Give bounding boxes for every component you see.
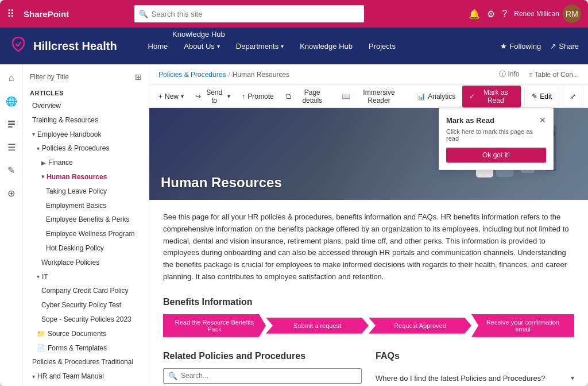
notifications-icon[interactable]: 🔔 — [469, 9, 480, 20]
promote-button[interactable]: ↑ Promote — [237, 90, 278, 103]
policies-chevron-icon: ▾ — [37, 145, 40, 153]
rail-edit-icon[interactable]: ✎ — [2, 161, 21, 179]
user-name: Renee Millican — [514, 10, 559, 18]
sharepoint-brand: SharePoint — [24, 9, 69, 19]
svg-rect-2 — [8, 126, 13, 128]
info-label[interactable]: ⓘ Info — [499, 70, 519, 79]
sidebar-item-overview[interactable]: Overview — [23, 99, 149, 113]
sidebar-item-cyber-security[interactable]: Cyber Security Policy Test — [23, 298, 149, 312]
sidebar-item-forms-templates[interactable]: 📄 Forms & Templates — [23, 341, 149, 356]
sidebar-item-credit-card[interactable]: Company Credit Card Policy — [23, 284, 149, 298]
search-policies-icon: 🔍 — [168, 372, 177, 380]
page-title: Human Resources — [161, 175, 282, 191]
page-details-icon: 🗋 — [285, 92, 292, 101]
sidebar-item-workplace[interactable]: Workplace Policies — [23, 256, 149, 270]
search-input[interactable] — [152, 10, 359, 18]
sidebar-item-employee-handbook[interactable]: ▾ Employee Handbook — [23, 128, 149, 142]
reader-icon: 📖 — [342, 92, 350, 101]
nav-home[interactable]: Home — [140, 28, 176, 64]
sharepoint-topbar: ⠿ SharePoint 🔍 🔔 ⚙ ? Renee Millican RM — [0, 0, 588, 28]
handbook-chevron-icon: ▾ — [32, 130, 35, 138]
table-of-contents-label[interactable]: ≡ Table of Con... — [528, 71, 579, 79]
rail-globe-icon[interactable]: 🌐 — [2, 92, 21, 110]
avatar[interactable]: RM — [563, 5, 581, 23]
sidebar-item-source-docs[interactable]: 📁 Source Documents — [23, 327, 149, 341]
related-policies-section: Related Policies and Procedures 🔍 Type T… — [163, 351, 362, 386]
settings-icon[interactable]: ⚙ — [487, 9, 495, 20]
sidebar-item-sharepoint-help[interactable]: ▾ SharePoint Help — [23, 384, 149, 386]
policies-search-input[interactable] — [181, 372, 357, 380]
sidebar-item-human-resources[interactable]: ▾ Human Resources — [23, 170, 149, 184]
rail-add-icon[interactable]: ⊕ — [2, 184, 21, 202]
filter-icon[interactable]: ⊞ — [135, 72, 142, 82]
sidebar-item-hr-team-manual[interactable]: ▾ HR and Team Manual — [23, 369, 149, 384]
sidebar-item-policies-traditional[interactable]: Policies & Procedures Traditional — [23, 355, 149, 369]
new-chevron-icon: ▾ — [181, 93, 184, 99]
rail-list-icon[interactable]: ☰ — [2, 138, 21, 156]
sidebar-item-finance[interactable]: ▶ Finance — [23, 156, 149, 170]
search-box: 🔍 — [134, 5, 364, 22]
page-details-button[interactable]: 🗋 Page details — [281, 86, 335, 107]
sidebar-item-wellness[interactable]: Employee Wellness Program — [23, 227, 149, 241]
breadcrumb-policies[interactable]: Policies & Procedures — [158, 71, 226, 79]
forms-folder-icon: 📄 — [37, 343, 45, 353]
sidebar-item-taking-leave[interactable]: Taking Leave Policy — [23, 184, 149, 199]
rail-pages-icon[interactable] — [2, 115, 21, 133]
content-body: See this page for all your HR policies &… — [149, 200, 588, 386]
screen-frame: ⠿ SharePoint 🔍 🔔 ⚙ ? Renee Millican RM — [0, 0, 588, 386]
sidebar-item-hot-desking[interactable]: Hot Desking Policy — [23, 241, 149, 256]
sidebar-item-employment-basics[interactable]: Employment Basics — [23, 199, 149, 213]
knowledge-hub-label: Knowledge Hub — [172, 30, 225, 38]
breadcrumb: Policies & Procedures / Human Resources — [158, 71, 289, 79]
share-icon: ↗ — [550, 42, 556, 51]
site-logo-area: Hillcrest Health — [9, 35, 117, 57]
faq-item-1[interactable]: Where do I find the latest Policies and … — [376, 368, 574, 386]
nav-departments[interactable]: Departments ▾ — [228, 28, 292, 64]
share-button[interactable]: ↗ Share — [550, 42, 579, 51]
expand-button[interactable]: ⤢ — [563, 86, 583, 107]
faqs-section: FAQs Where do I find the latest Policies… — [376, 351, 574, 386]
waffle-icon[interactable]: ⠿ — [7, 7, 14, 20]
mark-as-read-popup: Mark as Read ✕ Click here to mark this p… — [439, 108, 554, 170]
mark-as-read-button-top[interactable]: ✓ Mark as Read — [462, 86, 521, 107]
top-icons: 🔔 ⚙ ? — [469, 9, 507, 20]
faq-1-chevron-icon: ▾ — [571, 374, 574, 382]
flow-step-2[interactable]: Submit a request — [266, 318, 369, 334]
sidebar-item-employee-benefits[interactable]: Employee Benefits & Perks — [23, 213, 149, 227]
popup-close-icon[interactable]: ✕ — [539, 115, 546, 125]
site-header-right: ★ Following ↗ Share — [500, 42, 579, 51]
help-icon[interactable]: ? — [502, 9, 507, 19]
flow-step-3[interactable]: Request Approved — [369, 318, 471, 334]
sidebar-item-training[interactable]: Training & Resources — [23, 113, 149, 128]
benefits-section-title: Benefits Information — [163, 297, 574, 307]
star-icon: ★ — [500, 42, 507, 51]
sidebar-item-sope-security[interactable]: Sope - Security Policies 2023 — [23, 312, 149, 327]
analytics-button[interactable]: 📊 Analytics — [412, 90, 460, 103]
nav-projects[interactable]: Projects — [361, 28, 404, 64]
it-chevron-icon: ▾ — [37, 273, 40, 281]
about-chevron-icon: ▾ — [217, 43, 220, 49]
flow-step-4[interactable]: Receive your confirmation email — [471, 314, 574, 337]
promote-icon: ↑ — [242, 92, 245, 101]
analytics-icon: 📊 — [417, 92, 425, 101]
immersive-reader-button[interactable]: 📖 Immersive Reader — [337, 86, 410, 107]
edit-button[interactable]: ✎ Edit — [524, 86, 559, 107]
nav-knowledge-hub[interactable]: Knowledge Hub — [292, 28, 361, 64]
new-icon: + — [158, 92, 163, 101]
new-button[interactable]: + New ▾ — [154, 90, 188, 103]
benefits-flow: Read the Resource Benefits Pack Submit a… — [163, 314, 574, 337]
edit-pencil-icon: ✎ — [532, 92, 537, 101]
content-description: See this page for all your HR policies &… — [163, 211, 574, 283]
ok-got-it-button[interactable]: Ok got it! — [446, 148, 546, 163]
rail-home-icon[interactable]: ⌂ — [2, 69, 21, 87]
flow-step-1[interactable]: Read the Resource Benefits Pack — [163, 314, 266, 337]
policies-search-box: 🔍 — [163, 368, 362, 384]
following-button[interactable]: ★ Following — [500, 42, 541, 51]
send-to-button[interactable]: ↪ Send to ▾ — [191, 86, 235, 107]
search-icon: 🔍 — [139, 10, 148, 18]
sidebar-item-it[interactable]: ▾ IT — [23, 270, 149, 284]
hr-manual-chevron-icon: ▾ — [32, 373, 35, 381]
site-logo-icon — [9, 35, 28, 57]
depts-chevron-icon: ▾ — [281, 43, 284, 49]
sidebar-item-policies-procedures[interactable]: ▾ Policies & Procedures — [23, 141, 149, 156]
